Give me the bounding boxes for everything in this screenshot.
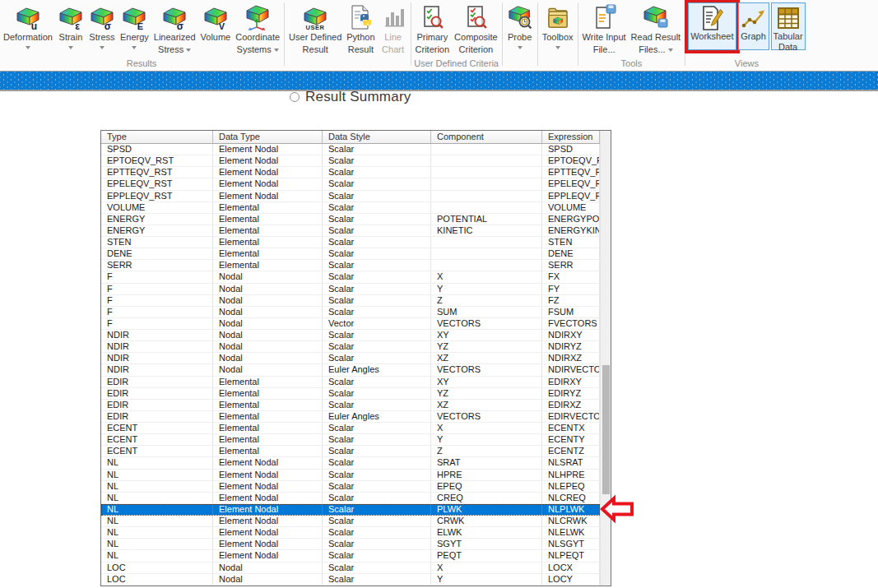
chevron-down-icon[interactable] [26,46,30,49]
cell-data-type: Element Nodal [213,155,323,166]
ribbon-button-read-result-files[interactable]: Read ResultFiles... [629,2,684,54]
table-row[interactable]: NLElement NodalScalarHPRENLHPRE [101,470,600,481]
ribbon-button-worksheet[interactable]: Worksheet [688,2,736,50]
cell-type: NL [101,516,213,526]
table-row[interactable]: NLElement NodalScalarELWKNLELWK [101,527,600,539]
table-row[interactable]: NDIRNodalScalarXZNDIRXZ [101,353,600,364]
column-header-type[interactable]: Type [101,131,213,143]
column-header-data-style[interactable]: Data Style [323,131,431,143]
cell-data-type: Element Nodal [213,457,323,468]
group-separator [502,2,503,66]
ribbon-button-deformation[interactable]: uDeformation [1,2,55,49]
table-row[interactable]: ENERGYElementalScalarKINETICENERGYKINETI… [101,225,600,237]
cell-expression: FX [542,271,600,282]
table-row[interactable]: NLElement NodalScalarEPEQNLEPEQ [101,481,600,493]
column-header-expression[interactable]: Expression [542,131,600,143]
cell-expression: STEN [542,237,600,248]
table-row[interactable]: VOLUMEElementalScalarVOLUME [101,202,600,214]
table-row[interactable]: LOCNodalScalarXLOCX [101,563,600,574]
column-header-component[interactable]: Component [431,131,542,143]
cell-data-style: Scalar [323,284,431,294]
ribbon-toolbar: uDeformationεStrainσStressEEnergyσLinear… [0,0,878,71]
table-row-selected[interactable]: NLElement NodalScalarPLWKNLPLWK [101,504,600,516]
ribbon-button-stress[interactable]: σStress [86,2,118,49]
cell-expression: NDIRVECTORS [542,364,600,375]
graph-gold-icon [741,5,767,31]
cell-expression: NDIRYZ [542,341,600,352]
ribbon-button-linearized-stress[interactable]: σLinearizedStress [151,2,198,54]
table-row[interactable]: ECENTElementalScalarXECENTX [101,423,600,434]
ribbon-button-strain[interactable]: εStrain [55,2,86,49]
ribbon-button-graph[interactable]: Graph [738,2,769,50]
table-row[interactable]: EPPLEQV_RSTElement NodalScalarEPPLEQV_RS… [101,191,600,202]
table-row[interactable]: NDIRNodalEuler AnglesVECTORSNDIRVECTORS [101,364,600,376]
cell-expression: EDIRXY [542,377,600,387]
button-label: Composite [454,32,498,43]
table-row[interactable]: EPTTEQV_RSTElement NodalScalarEPTTEQV_RS… [101,167,600,178]
ribbon-button-coordinate-systems[interactable]: CoordinateSystems [233,2,282,54]
table-row[interactable]: NLElement NodalScalarSRATNLSRAT [101,457,600,469]
ribbon-group-label [540,58,576,71]
table-row[interactable]: NDIRNodalScalarXYNDIRXY [101,330,600,341]
table-row[interactable]: FNodalScalarZFZ [101,295,600,307]
table-row[interactable]: STENElementalScalarSTEN [101,237,600,248]
chevron-down-icon[interactable] [132,46,137,49]
scrollbar-thumb[interactable] [602,365,610,494]
chevron-down-icon[interactable] [100,46,105,49]
table-row[interactable]: EDIRElementalEuler AnglesVECTORSEDIRVECT… [101,411,600,423]
table-row[interactable]: FNodalScalarXFX [101,271,600,283]
table-row[interactable]: EPELEQV_RSTElement NodalScalarEPELEQV_RS… [101,178,600,190]
table-row[interactable]: EDIRElementalScalarXYEDIRXY [101,377,600,388]
table-row[interactable]: SERRElementalScalarSERR [101,260,600,271]
ribbon-button-energy[interactable]: EEnergy [118,2,151,49]
ribbon-button-user-defined-result[interactable]: USERUser DefinedResult [286,2,344,54]
ribbon-button-volume[interactable]: VVolume [198,2,234,43]
svg-text:u: u [31,21,37,30]
table-row[interactable]: NDIRNodalScalarYZNDIRYZ [101,341,600,353]
cell-data-type: Nodal [213,318,323,329]
column-header-data-type[interactable]: Data Type [213,131,323,143]
table-row[interactable]: EDIRElementalScalarYZEDIRYZ [101,388,600,400]
cell-data-style: Scalar [323,191,431,201]
table-row[interactable]: ENERGYElementalScalarPOTENTIALENERGYPOTE… [101,214,600,225]
radio-icon[interactable] [290,92,300,102]
table-row[interactable]: NLElement NodalScalarCRWKNLCRWK [101,516,600,527]
table-row[interactable]: FNodalVectorVECTORSFVECTORS [101,318,600,330]
criterion-multi-icon [462,4,489,30]
chevron-down-icon[interactable] [518,46,523,49]
table-row[interactable]: SPSDElement NodalScalarSPSD [101,144,600,155]
cell-type: EDIR [101,411,213,422]
table-row[interactable]: NLElement NodalScalarCREQNLCREQ [101,493,600,504]
ribbon-button-toolbox[interactable]: Toolbox [540,2,576,49]
chevron-down-icon[interactable] [555,46,560,49]
cell-data-type: Element Nodal [213,493,323,503]
table-row[interactable]: NLElement NodalScalarPEQTNLPEQT [101,550,600,562]
ribbon-group-label: Views [687,58,806,71]
cell-type: NL [101,481,213,492]
table-row[interactable]: DENEElementalScalarDENE [101,248,600,260]
chevron-down-icon[interactable] [68,46,73,49]
table-row[interactable]: EPTOEQV_RSTElement NodalScalarEPTOEQV_RS… [101,155,600,167]
ribbon-button-probe[interactable]: Probe [504,2,536,49]
cell-expression: EPTOEQV_RST [542,155,600,166]
table-row[interactable]: LOCNodalScalarYLOCY [101,574,600,586]
table-row[interactable]: NLElement NodalScalarSGYTNLSGYT [101,539,600,550]
ribbon-button-primary-criterion[interactable]: PrimaryCriterion [413,2,453,54]
ribbon-button-write-input-file[interactable]: Write InputFile... [580,2,629,54]
cube-E-icon: E [121,4,147,30]
table-row[interactable]: ECENTElementalScalarZECENTZ [101,446,600,457]
svg-text:ε: ε [75,21,80,30]
cell-data-type: Nodal [213,364,323,375]
cell-expression: NLPLWK [542,504,600,515]
cell-data-style: Scalar [323,202,431,213]
table-row[interactable]: ECENTElementalScalarYECENTY [101,434,600,446]
table-row[interactable]: EDIRElementalScalarXZEDIRXZ [101,400,600,411]
ribbon-button-composite-criterion[interactable]: CompositeCriterion [452,2,500,54]
ribbon-button-tabular-data[interactable]: TabularData [771,2,806,50]
cell-data-style: Scalar [323,527,431,538]
table-row[interactable]: FNodalScalarSUMFSUM [101,307,600,318]
table-row[interactable]: FNodalScalarYFY [101,284,600,295]
ribbon-button-python-result[interactable]: PythonResult [344,2,377,54]
chevron-down-icon [668,49,673,52]
cell-type: ENERGY [101,225,213,236]
